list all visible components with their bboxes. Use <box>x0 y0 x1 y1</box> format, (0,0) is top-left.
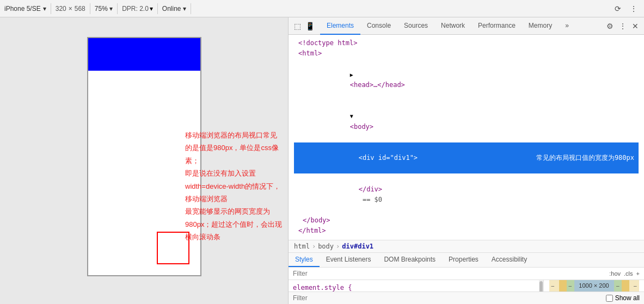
breadcrumb-body[interactable]: body <box>318 243 334 250</box>
html-line-head: ▶ <head>…</head> <box>294 59 639 101</box>
show-all-checkbox[interactable]: Show all <box>606 294 640 302</box>
bm-padding-left-dash: – <box>569 283 572 289</box>
head-triangle[interactable]: ▶ <box>350 72 353 78</box>
html-line-doctype: <!doctype html> <box>294 38 639 48</box>
hov-button[interactable]: :hov <box>609 270 621 277</box>
annotation-line3: 最宽能够显示的网页宽度为980px；超过这个值时，会出现横向滚动条 <box>185 205 283 243</box>
bottom-filter-input[interactable] <box>293 294 606 302</box>
doctype-text: <!doctype html> <box>298 38 357 48</box>
breadcrumb-sep1: › <box>312 243 316 250</box>
html-source: <!doctype html> <html> ▶ <head>…</head> … <box>289 35 644 240</box>
separator5 <box>191 3 191 14</box>
device-selector[interactable]: iPhone 5/SE ▾ <box>4 5 46 13</box>
network-condition-button[interactable]: Online ▾ <box>162 5 186 13</box>
bm-content-value: 1000 × 200 <box>579 282 609 289</box>
breadcrumb-sep2: › <box>336 243 340 250</box>
box-model: margin – – – – border – – padding- – – – <box>549 280 639 291</box>
main-content: 移动端浏览器的布局视口常见的是值是980px，单位是css像素； 即是说在没有加… <box>0 17 644 304</box>
filter-actions: :hov .cls + <box>609 270 640 277</box>
more-options-button[interactable]: ⋮ <box>628 3 640 14</box>
bm-margin-left-dash: – <box>551 283 555 289</box>
styles-filter-input[interactable] <box>293 270 605 277</box>
annotation-line1: 移动端浏览器的布局视口常见的是值是980px，单位是css像素； <box>185 129 283 167</box>
element-style-rule: element.style { } <box>293 282 535 291</box>
tab-more[interactable]: » <box>559 17 575 35</box>
toolbar-icons: ⟳ ⋮ <box>612 3 640 14</box>
annotation-text: 移动端浏览器的布局视口常见的是值是980px，单位是css像素； 即是说在没有加… <box>185 129 283 244</box>
separator3 <box>117 3 118 14</box>
zoom-value: 75% <box>95 5 108 13</box>
breadcrumb-html[interactable]: html <box>294 243 310 250</box>
tab-dom-breakpoints[interactable]: DOM Breakpoints <box>377 253 442 267</box>
show-all-label: Show all <box>615 294 640 302</box>
div1-open-tag: <div id="div1"> <box>311 142 418 174</box>
add-style-button[interactable]: + <box>636 270 640 277</box>
rotate-icon-button[interactable]: ⟳ <box>612 3 623 14</box>
tab-elements[interactable]: Elements <box>320 17 360 35</box>
body-triangle[interactable]: ▼ <box>350 113 353 119</box>
more-devtools-button[interactable]: ⋮ <box>618 21 628 32</box>
bm-margin-right-dash: – <box>634 283 637 289</box>
styles-left-panel: element.style { } #div1 { 01 布局视口.html:1… <box>289 280 539 291</box>
box-model-panel: margin – – – – border – – padding- – – – <box>543 280 644 291</box>
dpr-label: DPR: 2.0 <box>122 5 149 13</box>
show-all-check[interactable] <box>606 295 613 302</box>
bm-padding-right-dash: – <box>616 283 620 289</box>
html-line-html-close: </html> <box>294 226 639 236</box>
html-tag-text: <html> <box>298 48 322 59</box>
element-style-selector: element.style { <box>293 282 535 291</box>
tab-performance[interactable]: Performance <box>471 17 522 35</box>
preview-pane: 移动端浏览器的布局视口常见的是值是980px，单位是css像素； 即是说在没有加… <box>0 17 289 304</box>
tooltip-text: 常见的布局视口值的宽度为980px <box>532 152 639 164</box>
devtools-right: ⬚ 📱 Elements Console Sources Network Per… <box>289 17 644 304</box>
separator4 <box>157 3 158 14</box>
network-label: Online <box>162 5 181 13</box>
tab-console[interactable]: Console <box>360 17 397 35</box>
bottom-filter-bar: Show all <box>289 291 644 304</box>
head-tag-text: ▶ <head>…</head> <box>303 59 405 101</box>
device-name-label: iPhone 5/SE <box>4 5 41 13</box>
x-label: × <box>69 5 72 13</box>
html-close-tag: </html> <box>298 226 326 236</box>
tab-accessibility[interactable]: Accessibility <box>485 253 533 267</box>
inspect-icon-button[interactable]: ⬚ <box>293 21 302 32</box>
annotation-line2: 即是说在没有加入设置width=device-width的情况下，移动端浏览器 <box>185 167 283 205</box>
device-red-box <box>157 232 189 264</box>
tab-memory[interactable]: Memory <box>522 17 559 35</box>
styles-scrollbar[interactable] <box>539 280 543 291</box>
div1-close-tag: </div> == $0 <box>311 173 382 215</box>
cls-button[interactable]: .cls <box>624 270 633 277</box>
tab-network[interactable]: Network <box>434 17 471 35</box>
device-content-area <box>88 71 200 275</box>
tab-event-listeners[interactable]: Event Listeners <box>320 253 378 267</box>
settings-icon-button[interactable]: ⚙ <box>605 21 615 32</box>
html-line-body-close: </body> <box>294 215 639 226</box>
body-tag-text: ▼ <body> <box>303 101 373 142</box>
annotation-area: 移动端浏览器的布局视口常见的是值是980px，单位是css像素； 即是说在没有加… <box>185 129 283 244</box>
tab-sources[interactable]: Sources <box>397 17 434 35</box>
html-line-html: <html> <box>294 48 639 59</box>
device-dropdown-arrow[interactable]: ▾ <box>43 5 46 13</box>
device-icon-button[interactable]: 📱 <box>304 21 316 32</box>
dpr-dropdown-arrow[interactable]: ▾ <box>150 5 153 13</box>
width-value: 320 <box>56 5 66 13</box>
scroll-thumb <box>539 281 543 291</box>
styles-content: element.style { } #div1 { 01 布局视口.html:1… <box>289 280 644 291</box>
zoom-button[interactable]: 75% ▾ <box>95 5 113 13</box>
height-value: 568 <box>75 5 85 13</box>
body-close-tag: </body> <box>303 215 330 226</box>
close-devtools-button[interactable]: ✕ <box>631 21 640 32</box>
styles-tabs-bar: Styles Event Listeners DOM Breakpoints P… <box>289 253 644 268</box>
devtools-icons-left: ⬚ 📱 <box>293 21 316 32</box>
html-source-wrapper: <!doctype html> <html> ▶ <head>…</head> … <box>289 35 644 240</box>
tab-properties[interactable]: Properties <box>442 253 485 267</box>
tab-styles[interactable]: Styles <box>289 253 320 267</box>
network-dropdown-arrow: ▾ <box>183 5 186 13</box>
separator2 <box>90 3 90 14</box>
breadcrumb-div1[interactable]: div#div1 <box>342 243 373 250</box>
device-blue-bar <box>88 38 200 71</box>
html-line-div1-selected[interactable]: <div id="div1"> 常见的布局视口值的宽度为980px <box>294 142 639 174</box>
device-frame <box>87 37 201 276</box>
top-toolbar: iPhone 5/SE ▾ 320 × 568 75% ▾ DPR: 2.0 ▾… <box>0 0 644 17</box>
html-line-body: ▼ <body> <box>294 101 639 142</box>
